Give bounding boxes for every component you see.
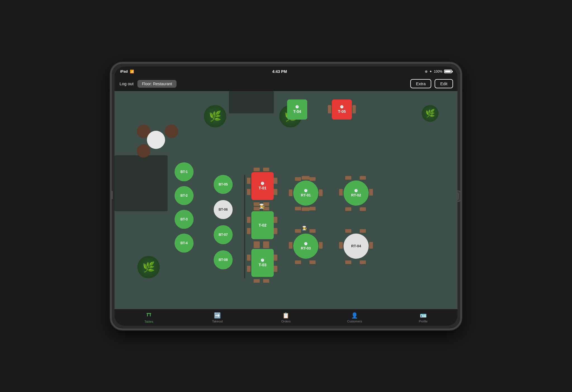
logout-button[interactable]: Log out	[119, 80, 134, 88]
table-t04[interactable]: 🕐 T-04	[287, 99, 307, 120]
table-bt3-label: BT-3	[180, 217, 188, 221]
table-bt05-label: BT-05	[219, 182, 228, 186]
table-bt2[interactable]: BT-2	[175, 186, 194, 205]
c-t03-l	[247, 255, 251, 261]
table-rt01-label: RT-01	[301, 193, 311, 197]
tab-takeout-label: Takeout	[212, 320, 223, 323]
c-t01-b1	[254, 202, 260, 206]
status-left: iPad 📶	[120, 69, 134, 73]
status-bar: iPad 📶 4:43 PM ⊕ ✦ 100%	[115, 66, 457, 77]
table-rt04[interactable]: RT-04	[344, 234, 369, 259]
c-t03-l2	[247, 266, 251, 272]
c-rt01-t	[302, 176, 309, 180]
extra-button[interactable]: Extra	[410, 79, 431, 88]
plant-top-1: 🌿	[204, 105, 226, 127]
c-rt01-tl	[295, 177, 301, 181]
table-t02[interactable]: T-02	[251, 211, 274, 239]
table-t02-group: 🧑‍🍳 T-02	[251, 211, 274, 239]
c-rt01-l	[289, 189, 292, 196]
c-rt02-l	[339, 189, 343, 196]
table-rt02[interactable]: 🕐 RT-02	[344, 180, 369, 206]
c-t01-r	[274, 178, 277, 184]
c-rt03-tl	[295, 229, 301, 233]
tab-orders-label: Orders	[281, 320, 291, 323]
customers-icon: 👤	[351, 312, 358, 319]
c-t01-l	[247, 178, 251, 184]
table-rt04-group: RT-04	[344, 234, 369, 259]
table-t01-group: 🕐 T-01	[251, 172, 274, 200]
timer-icon-rt03: 🕐	[304, 242, 308, 246]
c-t03-r	[274, 255, 277, 261]
bluetooth-icon: ✦	[429, 70, 432, 73]
table-rt03[interactable]: 🕐 RT-03	[293, 234, 318, 259]
c-rt04-r	[369, 242, 373, 249]
c-rt04-tr	[360, 229, 366, 233]
c-rt02-tr	[360, 176, 366, 180]
tab-orders[interactable]: 📋 Orders	[275, 312, 297, 323]
timer-icon-t05: 🕐	[340, 105, 344, 109]
table-t01[interactable]: 🕐 T-01	[251, 172, 274, 200]
table-bt4[interactable]: BT-4	[175, 234, 194, 253]
table-bt06[interactable]: BT-06	[214, 200, 233, 219]
floor-area: 🌿 🌿 🌿 🕐 T-04 🕐 T-05	[115, 91, 457, 309]
table-bt05[interactable]: BT-05	[214, 175, 233, 194]
svg-rect-2	[150, 314, 151, 316]
c-rt03-tr	[309, 229, 316, 233]
svg-rect-1	[147, 314, 148, 316]
edit-button[interactable]: Edit	[435, 79, 453, 88]
c-rt02-r	[369, 189, 373, 196]
c-t01-l2	[247, 189, 251, 195]
c-t02-l	[247, 217, 251, 223]
table-rt01[interactable]: 🕐 RT-01	[293, 180, 318, 206]
table-t01-label: T-01	[259, 186, 266, 190]
table-bt1[interactable]: BT-1	[175, 162, 194, 181]
c-t03-b2	[263, 279, 269, 283]
timer-icon-rt02: 🕐	[354, 189, 358, 193]
c-t02-t1	[254, 207, 260, 210]
timer-icon-t04: 🕐	[295, 105, 299, 109]
table-bt06-label: BT-06	[219, 208, 228, 212]
ipad-frame: iPad 📶 4:43 PM ⊕ ✦ 100% Log out Floor: R…	[110, 62, 462, 330]
volume-button	[111, 191, 113, 199]
table-t03[interactable]: 🕐 T-03	[251, 249, 274, 277]
tab-profile[interactable]: 🪪 Profile	[412, 312, 434, 323]
c-rt03-br	[309, 260, 316, 264]
c-rt03-l	[289, 242, 292, 249]
c-rt02-tl	[345, 176, 351, 180]
table-rt02-label: RT-02	[351, 193, 361, 197]
waiter-icon-t02: 🧑‍🍳	[259, 203, 265, 209]
table-rt04-label: RT-04	[351, 244, 361, 248]
table-bt2-label: BT-2	[180, 194, 188, 198]
table-t04-group: 🕐 T-04	[287, 99, 307, 120]
table-t03-group: 🕐 T-03	[251, 249, 274, 277]
dark-room-left	[115, 155, 168, 211]
c-t01-r2	[274, 189, 277, 195]
location-icon: ⊕	[425, 70, 428, 73]
floor-selector-button[interactable]: Floor: Restaurant	[137, 80, 177, 88]
table-rt01-group: 🕐 RT-01	[293, 180, 318, 206]
table-bt07[interactable]: BT-07	[214, 225, 233, 244]
plant-bottom-left: 🌿	[137, 256, 160, 278]
plant-top-3: 🌿	[422, 105, 438, 122]
c-t02-l2	[247, 228, 251, 234]
table-bt07-label: BT-07	[219, 233, 228, 237]
table-t05[interactable]: 🕐 T-05	[332, 99, 352, 120]
c-rt03-r	[319, 242, 323, 249]
tab-takeout[interactable]: ➡️ Takeout	[206, 312, 228, 323]
c-rt03-bl	[295, 260, 301, 264]
c-rt01-b	[302, 207, 309, 211]
tab-tables[interactable]: Tables	[138, 312, 160, 323]
tab-customers[interactable]: 👤 Customers	[344, 312, 366, 323]
table-bt1-label: BT-1	[180, 170, 188, 174]
tab-customers-label: Customers	[347, 320, 362, 323]
table-bt3[interactable]: BT-3	[175, 210, 194, 229]
table-rt03-label: RT-03	[301, 246, 311, 250]
chair-tl-3	[165, 125, 178, 138]
table-t05-group: 🕐 T-05	[332, 99, 352, 120]
c-rt04-br	[360, 260, 366, 264]
c-rt02-br	[360, 207, 366, 211]
status-time: 4:43 PM	[272, 69, 287, 74]
lounge-table	[147, 131, 165, 149]
timer-icon-t01: 🕐	[261, 182, 264, 185]
table-bt08[interactable]: BT-08	[214, 250, 233, 269]
